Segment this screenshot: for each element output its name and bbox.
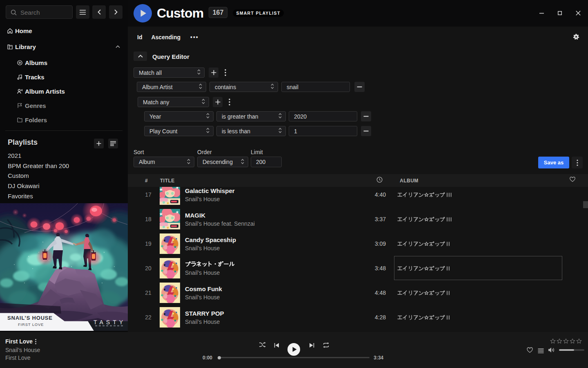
svg-text:SNAIL’S HOUSE: SNAIL’S HOUSE bbox=[7, 315, 53, 321]
svg-text:FIRST LOVE: FIRST LOVE bbox=[18, 322, 44, 327]
svg-text:TASTY: TASTY bbox=[94, 319, 126, 325]
